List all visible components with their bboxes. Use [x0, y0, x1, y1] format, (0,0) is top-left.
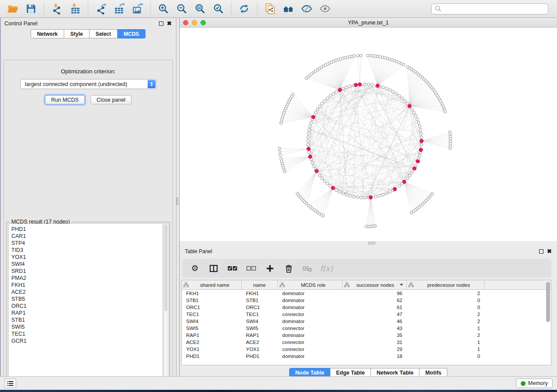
cell-name[interactable]: YOX1 [242, 347, 278, 352]
mcds-result-item[interactable]: PMA2 [11, 275, 163, 282]
cell-shared-name[interactable]: RAP1 [182, 333, 242, 338]
cell-name[interactable]: FKH1 [242, 291, 278, 296]
task-history-button[interactable] [4, 378, 16, 388]
column-header-MCDS-role[interactable]: MCDS role [278, 280, 343, 289]
table-row[interactable]: SWI4SWI4dominator462 [182, 318, 551, 325]
import-table-button[interactable] [68, 2, 83, 16]
cell-predecessor-nodes[interactable]: 2 [407, 291, 484, 296]
cell-MCDS-role[interactable]: dominator [278, 319, 343, 324]
table-scrollbar[interactable] [546, 281, 550, 364]
mcds-result-scrollbar[interactable] [163, 224, 168, 382]
cell-shared-name[interactable]: SWI5 [182, 326, 242, 331]
cell-MCDS-role[interactable]: dominator [278, 298, 343, 303]
mcds-result-item[interactable]: STB1 [11, 316, 163, 323]
cell-predecessor-nodes[interactable]: 2 [407, 312, 484, 317]
table-row[interactable]: FKH1FKH1dominator962 [182, 290, 551, 297]
mcds-result-item[interactable]: ACE2 [11, 289, 163, 296]
mcds-result-item[interactable]: SWI4 [11, 261, 163, 268]
cell-predecessor-nodes[interactable]: 0 [407, 305, 484, 310]
mcds-result-item[interactable]: STB5 [11, 296, 163, 303]
select-all-columns-icon[interactable] [227, 264, 238, 273]
zoom-in-button[interactable] [156, 2, 171, 16]
import-network-button[interactable] [49, 2, 64, 16]
cell-MCDS-role[interactable]: dominator [278, 291, 343, 296]
cell-name[interactable]: STB1 [242, 298, 278, 303]
cell-predecessor-nodes[interactable]: 1 [407, 347, 484, 352]
criterion-select[interactable]: largest connected component (undirected) [20, 79, 156, 89]
tab-network[interactable]: Network [31, 29, 64, 38]
horizontal-splitter[interactable] [180, 241, 557, 245]
mcds-result-item[interactable]: CAR1 [11, 233, 163, 240]
mcds-result-item[interactable]: SRD1 [11, 268, 163, 275]
splitter-handle[interactable] [176, 198, 180, 205]
memory-button[interactable]: Memory [516, 378, 553, 388]
tab-motifs[interactable]: Motifs [419, 368, 447, 377]
column-header-shared-name[interactable]: shared name [182, 280, 242, 289]
cell-shared-name[interactable]: SWI4 [182, 319, 242, 324]
mcds-result-item[interactable]: SWI5 [11, 323, 163, 330]
network-canvas[interactable] [180, 28, 557, 241]
column-header-name[interactable]: name [242, 280, 278, 289]
export-table-button[interactable] [112, 2, 127, 16]
create-column-icon[interactable] [264, 264, 276, 273]
show-columns-icon[interactable] [208, 264, 219, 273]
cell-shared-name[interactable]: FKH1 [182, 291, 242, 296]
cell-successor-nodes[interactable]: 47 [343, 312, 407, 317]
cell-name[interactable]: TEC1 [242, 312, 278, 317]
cell-predecessor-nodes[interactable]: 2 [407, 319, 484, 324]
cell-shared-name[interactable]: ACE2 [182, 340, 242, 345]
mcds-result-list[interactable]: PHD1CAR1STP4TID3YOX1SWI4SRD1PMA2FKH1ACE2… [8, 224, 163, 382]
cell-MCDS-role[interactable]: dominator [278, 305, 343, 310]
tab-edge-table[interactable]: Edge Table [330, 368, 371, 377]
table-row[interactable]: YOX1YOX1connector291 [182, 346, 551, 353]
tab-mcds[interactable]: MCDS [118, 29, 145, 38]
cell-MCDS-role[interactable]: connector [278, 312, 343, 317]
run-mcds-button[interactable]: Run MCDS [45, 95, 85, 104]
mcds-result-item[interactable]: STP4 [11, 240, 163, 247]
cell-name[interactable]: SWI5 [242, 326, 278, 331]
close-panel-button[interactable]: Close panel [90, 95, 131, 104]
cell-shared-name[interactable]: TEC1 [182, 312, 242, 317]
cell-predecessor-nodes[interactable]: 0 [407, 298, 484, 303]
cell-successor-nodes[interactable]: 96 [343, 291, 407, 296]
float-panel-icon[interactable] [539, 249, 543, 254]
cell-name[interactable]: SWI4 [242, 319, 278, 324]
mcds-result-item[interactable]: FKH1 [11, 282, 163, 289]
close-panel-icon[interactable]: ✖ [547, 249, 552, 254]
cell-predecessor-nodes[interactable]: 2 [407, 333, 484, 338]
table-row[interactable]: ORC1ORC1dominator610 [182, 304, 551, 311]
table-row[interactable]: STB1STB1dominator620 [182, 297, 551, 304]
splitter-handle[interactable] [368, 242, 375, 244]
table-row[interactable]: PHD1PHD1dominator180 [182, 353, 551, 360]
cell-successor-nodes[interactable]: 35 [343, 333, 407, 338]
table-row[interactable]: SWI5SWI5connector431 [182, 325, 551, 332]
mcds-result-item[interactable]: PHD1 [11, 226, 163, 233]
cell-MCDS-role[interactable]: connector [278, 326, 343, 331]
cell-shared-name[interactable]: PHD1 [182, 354, 242, 359]
cell-successor-nodes[interactable]: 43 [343, 326, 407, 331]
cell-MCDS-role[interactable]: dominator [278, 333, 343, 338]
cell-successor-nodes[interactable]: 29 [343, 347, 407, 352]
table-settings-icon[interactable]: ⚙ [189, 264, 201, 273]
open-file-button[interactable] [5, 2, 20, 16]
delete-column-icon[interactable] [283, 264, 294, 273]
tab-network-table[interactable]: Network Table [371, 368, 420, 377]
duplicate-network-button[interactable] [263, 2, 277, 16]
cell-predecessor-nodes[interactable]: 1 [407, 340, 484, 345]
cell-name[interactable]: ORC1 [242, 305, 278, 310]
cell-name[interactable]: ACE2 [242, 340, 278, 345]
cell-successor-nodes[interactable]: 31 [343, 340, 407, 345]
export-network-button[interactable] [93, 2, 108, 16]
cell-successor-nodes[interactable]: 46 [343, 319, 407, 324]
tab-style[interactable]: Style [64, 29, 90, 38]
table-row[interactable]: RAP1RAP1dominator352 [182, 332, 551, 339]
tab-select[interactable]: Select [90, 29, 118, 38]
save-session-button[interactable] [24, 2, 38, 16]
hide-selected-button[interactable] [299, 2, 314, 16]
mcds-result-item[interactable]: ORC1 [11, 303, 163, 309]
cell-shared-name[interactable]: YOX1 [182, 347, 242, 352]
cell-MCDS-role[interactable]: connector [278, 347, 343, 352]
mcds-result-item[interactable]: RAP1 [11, 309, 163, 316]
table-row[interactable]: TEC1TEC1connector472 [182, 311, 551, 318]
float-panel-icon[interactable] [159, 21, 163, 26]
